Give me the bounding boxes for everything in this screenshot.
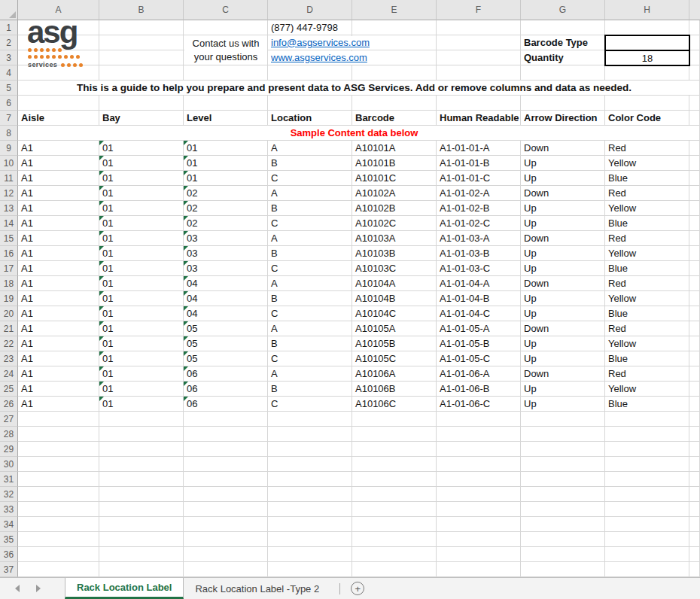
cell-E30[interactable] — [352, 457, 437, 472]
row-header-30[interactable]: 30 — [0, 457, 18, 472]
cell-D20[interactable]: C — [268, 306, 352, 321]
cell-F35[interactable] — [437, 532, 521, 547]
cell-G7[interactable]: Arrow Direction — [521, 111, 605, 126]
row-header-29[interactable]: 29 — [0, 442, 18, 457]
row-header-16[interactable]: 16 — [0, 246, 18, 261]
cell-E37[interactable] — [352, 562, 437, 577]
cell-F1[interactable] — [437, 20, 521, 35]
cell-C29[interactable] — [184, 442, 268, 457]
cell-C22[interactable]: 05 — [184, 336, 268, 351]
cell-H22[interactable]: Yellow — [605, 336, 689, 351]
cell-C27[interactable] — [184, 412, 268, 427]
cell-F16[interactable]: A1-01-03-B — [437, 246, 521, 261]
cell-F31[interactable] — [437, 472, 521, 487]
cell-B11[interactable]: 01 — [99, 171, 184, 186]
row-header-11[interactable]: 11 — [0, 171, 18, 186]
cell-D19[interactable]: B — [268, 291, 352, 306]
cell-E22[interactable]: A10105B — [352, 336, 437, 351]
cell-E7[interactable]: Barcode — [352, 111, 437, 126]
cell-B10[interactable]: 01 — [99, 156, 184, 171]
cell-H30[interactable] — [605, 457, 689, 472]
row-header-27[interactable]: 27 — [0, 412, 18, 427]
cell-H35[interactable] — [605, 532, 689, 547]
cell-F23[interactable]: A1-01-05-C — [437, 351, 521, 366]
cell-D22[interactable]: B — [268, 336, 352, 351]
sample-content-banner[interactable]: Sample Content data below — [19, 126, 689, 140]
cell-B37[interactable] — [99, 562, 184, 577]
cell-E35[interactable] — [352, 532, 437, 547]
cell-H21[interactable]: Red — [605, 321, 689, 336]
cell-D15[interactable]: A — [268, 231, 352, 246]
cell-D26[interactable]: C — [268, 397, 352, 412]
cell-C1[interactable] — [184, 20, 268, 35]
cell-B3[interactable] — [99, 50, 184, 65]
cell-D37[interactable] — [268, 562, 352, 577]
cell-A9[interactable]: A1 — [18, 141, 99, 156]
cell-D21[interactable]: A — [268, 321, 352, 336]
cell-C35[interactable] — [184, 532, 268, 547]
cell-C26[interactable]: 06 — [184, 397, 268, 412]
cell-F36[interactable] — [437, 547, 521, 562]
cell-B21[interactable]: 01 — [99, 321, 184, 336]
cell-H17[interactable]: Blue — [605, 261, 689, 276]
column-header-E[interactable]: E — [352, 0, 437, 20]
cell-E19[interactable]: A10104B — [352, 291, 437, 306]
cell-E20[interactable]: A10104C — [352, 306, 437, 321]
cell-H14[interactable]: Blue — [605, 216, 689, 231]
cell-G11[interactable]: Up — [521, 171, 605, 186]
cell-B32[interactable] — [99, 487, 184, 502]
row-header-10[interactable]: 10 — [0, 156, 18, 171]
cell-F28[interactable] — [437, 427, 521, 442]
cell-D1[interactable]: (877) 447-9798 — [268, 20, 352, 35]
cell-F34[interactable] — [437, 517, 521, 532]
cell-A10[interactable]: A1 — [18, 156, 99, 171]
cell-H11[interactable]: Blue — [605, 171, 689, 186]
cell-F32[interactable] — [437, 487, 521, 502]
row-header-26[interactable]: 26 — [0, 397, 18, 412]
cell-G20[interactable]: Up — [521, 306, 605, 321]
cell-F6[interactable] — [437, 96, 521, 111]
cell-G30[interactable] — [521, 457, 605, 472]
cell-B33[interactable] — [99, 502, 184, 517]
cell-B26[interactable]: 01 — [99, 397, 184, 412]
cell-H27[interactable] — [605, 412, 689, 427]
cell-G10[interactable]: Up — [521, 156, 605, 171]
cell-H24[interactable]: Red — [605, 366, 689, 382]
cell-E34[interactable] — [352, 517, 437, 532]
row-header-25[interactable]: 25 — [0, 382, 18, 397]
cell-H19[interactable]: Yellow — [605, 291, 689, 306]
cell-G29[interactable] — [521, 442, 605, 457]
cell-B22[interactable]: 01 — [99, 336, 184, 351]
cell-F24[interactable]: A1-01-06-A — [437, 366, 521, 382]
cell-E9[interactable]: A10101A — [352, 141, 437, 156]
cell-B16[interactable]: 01 — [99, 246, 184, 261]
cell-H28[interactable] — [605, 427, 689, 442]
cell-G33[interactable] — [521, 502, 605, 517]
cell-F4[interactable] — [437, 65, 521, 81]
cell-B19[interactable]: 01 — [99, 291, 184, 306]
cell-B25[interactable]: 01 — [99, 382, 184, 397]
cell-A30[interactable] — [18, 457, 99, 472]
cell-H20[interactable]: Blue — [605, 306, 689, 321]
row-header-13[interactable]: 13 — [0, 201, 18, 216]
row-header-28[interactable]: 28 — [0, 427, 18, 442]
cell-H23[interactable]: Blue — [605, 351, 689, 366]
cell-H26[interactable]: Blue — [605, 397, 689, 412]
cell-B15[interactable]: 01 — [99, 231, 184, 246]
cell-H10[interactable]: Yellow — [605, 156, 689, 171]
cell-G24[interactable]: Down — [521, 366, 605, 382]
cell-A7[interactable]: Aisle — [18, 111, 99, 126]
cell-G34[interactable] — [521, 517, 605, 532]
cell-C16[interactable]: 03 — [184, 246, 268, 261]
cell-C30[interactable] — [184, 457, 268, 472]
cell-E16[interactable]: A10103B — [352, 246, 437, 261]
cell-E4[interactable] — [352, 65, 437, 81]
row-header-35[interactable]: 35 — [0, 532, 18, 547]
cell-D3[interactable]: www.asgservices.com — [268, 50, 352, 65]
cell-G37[interactable] — [521, 562, 605, 577]
cell-H29[interactable] — [605, 442, 689, 457]
cell-B2[interactable] — [99, 35, 184, 50]
cell-F20[interactable]: A1-01-04-C — [437, 306, 521, 321]
cell-G6[interactable] — [521, 96, 605, 111]
row-header-20[interactable]: 20 — [0, 306, 18, 321]
